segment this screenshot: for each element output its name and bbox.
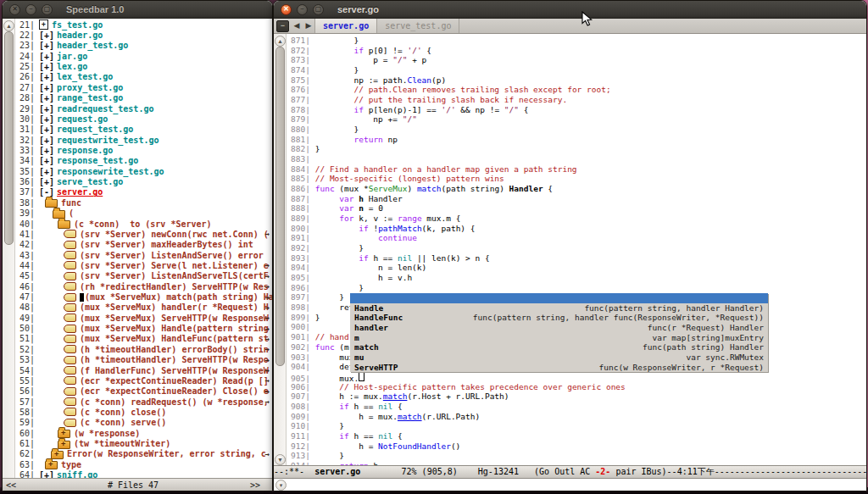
expand-icon[interactable]: [+] xyxy=(39,93,54,103)
speedbar-tag-row[interactable]: 44|(srv *Server) Serve(l net.Listener) e… xyxy=(15,260,272,270)
maximize-icon[interactable]: ▢ xyxy=(42,4,53,15)
expand-icon[interactable]: [+] xyxy=(39,41,54,50)
speedbar-tag-row[interactable]: 57|(c *conn) readRequest() (w *response,… xyxy=(15,397,272,407)
speedbar-file-row[interactable]: 24|[+]jar.go xyxy=(15,51,272,61)
minimize-icon[interactable]: − xyxy=(25,4,36,15)
speedbar-tag-row[interactable]: 60|(w *response) xyxy=(15,428,272,438)
tag-icon[interactable] xyxy=(64,366,76,375)
scrollbar-thumb[interactable] xyxy=(275,47,285,366)
speedbar-file-row[interactable]: 35|[+]responsewrite_test.go xyxy=(15,166,272,176)
folder-plus-icon[interactable] xyxy=(58,430,70,438)
expand-icon[interactable]: [+] xyxy=(39,62,54,71)
speedbar-file-row[interactable]: 29|[+]readrequest_test.go xyxy=(15,103,272,114)
tag-icon[interactable] xyxy=(64,293,76,302)
tag-icon[interactable] xyxy=(64,241,76,249)
page-plus-icon[interactable]: + xyxy=(39,19,48,30)
speedbar-tag-row[interactable]: 56|(ecr *expectContinueReader) Close() e… xyxy=(15,386,272,397)
speedbar-tag-row[interactable]: 49|(mux *ServeMux) ServeHTTP(w ResponseW… xyxy=(15,313,272,323)
speedbar-file-row[interactable]: 33|[+]response.go xyxy=(15,145,272,155)
speedbar-file-row[interactable]: 26|[+]lex_test.go xyxy=(15,72,272,82)
tag-icon[interactable] xyxy=(64,303,76,312)
speedbar-tag-row[interactable]: 51|(mux *ServeMux) HandleFunc(pattern st… xyxy=(15,334,272,344)
speedbar-tag-row[interactable]: 58|(c *conn) close() xyxy=(15,407,272,417)
expand-icon[interactable]: [+] xyxy=(39,114,54,124)
popup-item-selected[interactable] xyxy=(350,293,768,303)
speedbar-file-row[interactable]: 27|[+]proxy_test.go xyxy=(15,82,272,92)
popup-item[interactable]: HandleFuncfunc(pattern string, handler f… xyxy=(350,313,768,323)
expand-icon[interactable]: [+] xyxy=(39,156,54,165)
expand-icon[interactable]: [+] xyxy=(39,177,54,186)
collapse-icon[interactable]: [-] xyxy=(39,187,54,197)
speedbar-file-row[interactable]: 22|[+]header.go xyxy=(15,30,272,40)
tag-icon[interactable] xyxy=(64,376,76,385)
speedbar-tag-row[interactable]: 43|(srv *Server) ListenAndServe() error xyxy=(15,250,272,260)
tab-back-icon[interactable]: ◀ xyxy=(291,19,303,33)
speedbar-file-list[interactable]: 21|+fs_test.go22|[+]header.go23|[+]heade… xyxy=(15,19,272,479)
speedbar-tag-row[interactable]: 54|(f HandlerFunc) ServeHTTP(w ResponseW… xyxy=(15,365,272,375)
speedbar-file-row[interactable]: 25|[+]lex.go xyxy=(15,61,272,71)
popup-item[interactable]: matchfunc(path string) Handler xyxy=(350,342,768,352)
kill-buffer-button[interactable]: − xyxy=(276,20,289,32)
popup-item[interactable]: ServeHTTPfunc(w ResponseWriter, r *Reque… xyxy=(350,363,768,373)
speedbar-tag-row[interactable]: 53|(h *timeoutHandler) ServeHTTP(w Respo… xyxy=(15,355,272,365)
speedbar-tag-row[interactable]: 48|(mux *ServeMux) handler(r *Request) H… xyxy=(15,303,272,313)
tag-icon[interactable] xyxy=(64,387,76,396)
minibuffer[interactable]: ▾ xyxy=(274,479,866,491)
speedbar-file-row[interactable]: 36|[+]serve_test.go xyxy=(15,176,272,186)
speedbar-file-row[interactable]: 31|[+]request_test.go xyxy=(15,125,272,135)
tag-icon[interactable] xyxy=(64,335,76,343)
speedbar-tag-row[interactable]: 61|(tw *timeoutWriter) xyxy=(15,438,272,448)
tag-icon[interactable] xyxy=(64,419,76,427)
expand-icon[interactable]: [+] xyxy=(39,104,54,114)
tab-server-go[interactable]: server.go xyxy=(314,19,377,33)
expand-icon[interactable]: [+] xyxy=(39,125,54,134)
folder-open-icon[interactable] xyxy=(45,199,58,208)
tag-icon[interactable] xyxy=(64,345,76,353)
expand-icon[interactable]: [+] xyxy=(39,146,54,155)
speedbar-scrollbar[interactable]: ▲ xyxy=(3,19,15,479)
folder-plus-icon[interactable] xyxy=(58,441,70,449)
folder-open-icon[interactable] xyxy=(58,220,70,229)
speedbar-tag-row[interactable]: 59|(c *conn) serve() xyxy=(15,418,272,428)
tag-icon[interactable] xyxy=(64,397,76,406)
speedbar-tag-row[interactable]: 41|(srv *Server) newConn(rwc net.Conn) (… xyxy=(15,229,272,239)
speedbar-tag-row[interactable]: 47|(mux *ServeMux) match(path string) Ha… xyxy=(15,291,272,302)
speedbar-tag-row[interactable]: 39|( xyxy=(15,208,272,218)
speedbar-tag-row[interactable]: 50|(mux *ServeMux) Handle(pattern string… xyxy=(15,323,272,333)
speedbar-tag-row[interactable]: 55|(ecr *expectContinueReader) Read(p []… xyxy=(15,375,272,386)
expand-icon[interactable]: [+] xyxy=(39,52,54,61)
tag-icon[interactable] xyxy=(64,261,76,269)
popup-item[interactable]: handlerfunc(r *Request) Handler xyxy=(350,323,768,333)
speedbar-tag-row[interactable]: 52|(h *timeoutHandler) errorBody() strin… xyxy=(15,344,272,354)
tab-serve-test-go[interactable]: serve_test.go xyxy=(377,19,459,33)
popup-item[interactable]: muvar sync.RWMutex xyxy=(350,352,768,363)
speedbar-tag-row[interactable]: 46|(rh *redirectHandler) ServeHTTP(w Res… xyxy=(15,281,272,291)
popup-item[interactable]: mvar map[string]muxEntry xyxy=(350,333,768,343)
tag-icon[interactable] xyxy=(64,356,76,364)
scroll-down-icon[interactable]: ▾ xyxy=(275,480,287,491)
speedbar-tag-row[interactable]: 38|func xyxy=(15,197,272,208)
speedbar-file-row[interactable]: 32|[+]requestwrite_test.go xyxy=(15,135,272,145)
speedbar-file-row[interactable]: 30|[+]request.go xyxy=(15,114,272,124)
expand-icon[interactable]: [+] xyxy=(39,136,54,145)
close-icon[interactable]: ✕ xyxy=(281,4,292,15)
speedbar-tag-row[interactable]: 40|(c *conn) to (srv *Server) xyxy=(15,219,272,229)
tag-icon[interactable] xyxy=(64,314,76,322)
editor-titlebar[interactable]: ✕ − ▢ server.go xyxy=(274,1,866,19)
editor-content[interactable]: ▲ ▼ 871| }872| if p[0] != '/' {873| p = … xyxy=(274,34,866,467)
close-icon[interactable]: ✕ xyxy=(9,4,20,15)
speedbar-tag-row[interactable]: 42|(srv *Server) maxHeaderBytes() int xyxy=(15,240,272,250)
scroll-right-button[interactable]: >> xyxy=(250,480,272,490)
expand-icon[interactable]: [+] xyxy=(39,167,54,176)
scroll-down-icon[interactable]: ▼ xyxy=(275,454,286,465)
folder-plus-icon[interactable] xyxy=(51,451,64,459)
expand-icon[interactable]: [+] xyxy=(39,83,54,92)
speedbar-file-row[interactable]: 23|[+]header_test.go xyxy=(15,41,272,51)
speedbar-file-row[interactable]: 21|+fs_test.go xyxy=(15,19,272,30)
expand-icon[interactable]: [+] xyxy=(39,31,54,40)
speedbar-tag-row[interactable]: 62|Error(w ResponseWriter, error string,… xyxy=(15,449,272,459)
scroll-up-icon[interactable]: ▲ xyxy=(275,36,286,47)
tag-icon[interactable] xyxy=(64,325,76,333)
tag-icon[interactable] xyxy=(64,408,76,416)
tag-icon[interactable] xyxy=(64,230,76,238)
